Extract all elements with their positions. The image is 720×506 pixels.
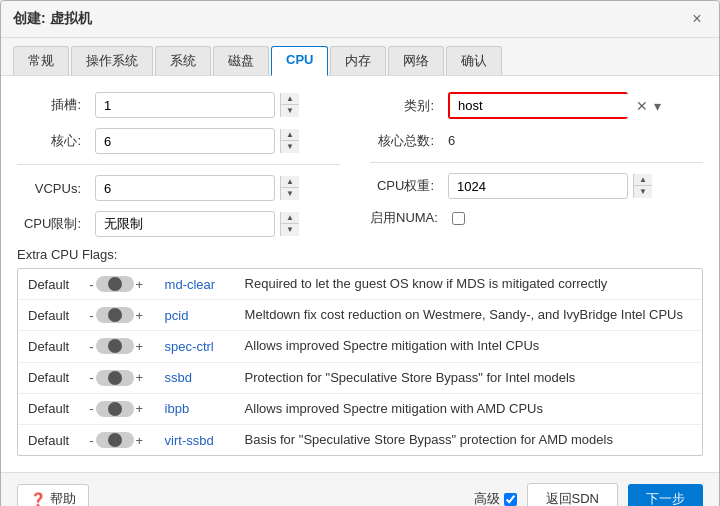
toggle-track[interactable] (96, 432, 134, 448)
tab-confirm[interactable]: 确认 (446, 46, 502, 75)
toggle-minus[interactable]: - (89, 277, 93, 292)
cpu-weight-input-wrap: ▲ ▼ (448, 173, 628, 199)
cpu-limit-decrement[interactable]: ▼ (281, 224, 299, 236)
category-input[interactable] (450, 94, 634, 117)
next-button[interactable]: 下一步 (628, 484, 703, 506)
vcpu-increment[interactable]: ▲ (281, 176, 299, 188)
category-clear[interactable]: ✕ (634, 98, 650, 114)
toggle-plus[interactable]: + (136, 370, 144, 385)
toggle-minus[interactable]: - (89, 308, 93, 323)
toggle-track[interactable] (96, 276, 134, 292)
cpu-limit-increment[interactable]: ▲ (281, 212, 299, 224)
toggle-track[interactable] (96, 307, 134, 323)
toggle-minus[interactable]: - (89, 433, 93, 448)
cpu-weight-spin-btns: ▲ ▼ (633, 174, 652, 198)
slot-increment[interactable]: ▲ (281, 93, 299, 105)
tab-disk[interactable]: 磁盘 (213, 46, 269, 75)
flag-default: Default (18, 331, 79, 362)
toggle-plus[interactable]: + (136, 308, 144, 323)
slot-input-wrap: ▲ ▼ (95, 92, 275, 118)
table-row: Default - + md-clear Required to let the… (18, 269, 702, 300)
slot-row: 插槽: ▲ ▼ (17, 92, 340, 118)
flag-default: Default (18, 424, 79, 455)
tab-os[interactable]: 操作系统 (71, 46, 153, 75)
table-row: Default - + ibpb Allows improved Spectre… (18, 393, 702, 424)
toggle-plus[interactable]: + (136, 277, 144, 292)
toggle-minus[interactable]: - (89, 339, 93, 354)
tab-general[interactable]: 常规 (13, 46, 69, 75)
flag-toggle[interactable]: - + (89, 276, 144, 292)
cpu-weight-decrement[interactable]: ▼ (634, 186, 652, 198)
flag-toggle[interactable]: - + (89, 401, 144, 417)
core-input-wrap: ▲ ▼ (95, 128, 275, 154)
toggle-track[interactable] (96, 370, 134, 386)
toggle-minus[interactable]: - (89, 401, 93, 416)
flag-toggle[interactable]: - + (89, 432, 144, 448)
flag-toggle[interactable]: - + (89, 370, 144, 386)
advanced-checkbox[interactable] (504, 493, 517, 506)
core-total-label: 核心总数: (370, 132, 440, 150)
cpu-limit-row: CPU限制: ▲ ▼ (17, 211, 340, 237)
flag-name: ibpb (155, 393, 235, 424)
cpu-weight-label: CPU权重: (370, 177, 440, 195)
flag-toggle-cell: - + (79, 393, 154, 424)
flag-default: Default (18, 300, 79, 331)
toggle-plus[interactable]: + (136, 433, 144, 448)
close-button[interactable]: × (687, 9, 707, 29)
flags-table-wrap[interactable]: Default - + md-clear Required to let the… (17, 268, 703, 456)
flag-default: Default (18, 362, 79, 393)
cpu-weight-increment[interactable]: ▲ (634, 174, 652, 186)
left-column: 插槽: ▲ ▼ 核心: ▲ (17, 92, 360, 247)
cpu-weight-input[interactable] (449, 175, 633, 198)
tab-system[interactable]: 系统 (155, 46, 211, 75)
toggle-plus[interactable]: + (136, 339, 144, 354)
cpu-weight-row: CPU权重: ▲ ▼ (370, 173, 703, 199)
flag-name: md-clear (155, 269, 235, 300)
core-label: 核心: (17, 132, 87, 150)
vcpu-input[interactable] (96, 177, 280, 200)
toggle-dot (108, 339, 122, 353)
category-label: 类别: (370, 97, 440, 115)
tab-cpu[interactable]: CPU (271, 46, 328, 76)
numa-checkbox[interactable] (452, 212, 465, 225)
content-area: 插槽: ▲ ▼ 核心: ▲ (1, 76, 719, 472)
category-dropdown[interactable]: ▾ (652, 98, 663, 114)
flag-name: ssbd (155, 362, 235, 393)
slot-input[interactable] (96, 94, 280, 117)
toggle-plus[interactable]: + (136, 401, 144, 416)
flag-desc: Required to let the guest OS know if MDS… (235, 269, 702, 300)
right-column: 类别: ✕ ▾ 核心总数: 6 CP (360, 92, 703, 247)
back-button[interactable]: 返回SDN (527, 483, 618, 506)
advanced-label: 高级 (474, 490, 500, 506)
toggle-dot (108, 277, 122, 291)
cpu-limit-input-wrap: ▲ ▼ (95, 211, 275, 237)
vcpu-label: VCPUs: (17, 181, 87, 196)
flag-toggle[interactable]: - + (89, 338, 144, 354)
toggle-dot (108, 371, 122, 385)
toggle-track[interactable] (96, 401, 134, 417)
divider-1 (17, 164, 340, 165)
vcpu-decrement[interactable]: ▼ (281, 188, 299, 200)
toggle-track[interactable] (96, 338, 134, 354)
table-row: Default - + spec-ctrl Allows improved Sp… (18, 331, 702, 362)
category-input-wrap: ✕ ▾ (448, 92, 628, 119)
vcpu-row: VCPUs: ▲ ▼ (17, 175, 340, 201)
cpu-limit-label: CPU限制: (17, 215, 87, 233)
flag-default: Default (18, 269, 79, 300)
help-button[interactable]: ❓ 帮助 (17, 484, 89, 506)
slot-decrement[interactable]: ▼ (281, 105, 299, 117)
core-decrement[interactable]: ▼ (281, 141, 299, 153)
core-increment[interactable]: ▲ (281, 129, 299, 141)
core-input[interactable] (96, 130, 280, 153)
slot-label: 插槽: (17, 96, 87, 114)
numa-label: 启用NUMA: (370, 209, 444, 227)
cpu-limit-input[interactable] (96, 213, 280, 236)
tab-memory[interactable]: 内存 (330, 46, 386, 75)
toggle-minus[interactable]: - (89, 370, 93, 385)
dialog-title: 创建: 虚拟机 (13, 10, 92, 28)
tab-network[interactable]: 网络 (388, 46, 444, 75)
dialog: 创建: 虚拟机 × 常规 操作系统 系统 磁盘 CPU 内存 网络 确认 插槽:… (0, 0, 720, 506)
flag-toggle[interactable]: - + (89, 307, 144, 323)
core-spin-btns: ▲ ▼ (280, 129, 299, 153)
flag-default: Default (18, 393, 79, 424)
